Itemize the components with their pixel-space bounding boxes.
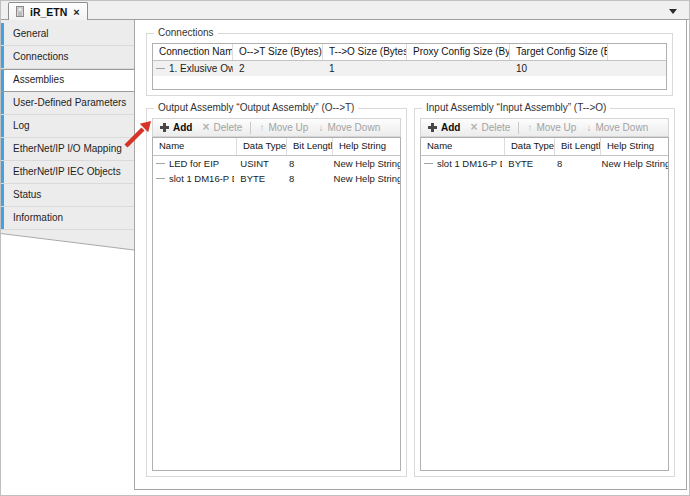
- move-up-icon: [527, 122, 532, 133]
- column-header-bit-length[interactable]: Bit Length: [555, 138, 601, 155]
- sidebar-item-general[interactable]: General: [1, 23, 134, 46]
- delete-icon: [470, 122, 477, 133]
- column-header-proxy-config-size[interactable]: Proxy Config Size (Bytes): [407, 44, 510, 60]
- name-cell: slot 1 DM16-P DI: [421, 158, 502, 169]
- sidebar-item-label: Log: [13, 120, 30, 131]
- sidebar-item-label: Information: [13, 212, 63, 223]
- device-editor-window: iR_ETN × General Connections Assemblies …: [0, 0, 690, 496]
- sidebar-item-information[interactable]: Information: [1, 207, 134, 230]
- column-header-data-type[interactable]: Data Type: [505, 138, 555, 155]
- move-up-button[interactable]: Move Up: [522, 119, 581, 136]
- connections-group-label: Connections: [154, 27, 218, 38]
- input-assembly-row[interactable]: slot 1 DM16-P DI BYTE 8 New Help String: [421, 156, 668, 171]
- accent-bar: [1, 46, 4, 68]
- column-header-ot-size[interactable]: O-->T Size (Bytes): [233, 44, 323, 60]
- sidebar-item-assemblies[interactable]: Assemblies: [1, 69, 134, 92]
- help-string-cell: New Help String: [328, 173, 400, 184]
- input-assembly-table-header: Name Data Type Bit Length Help String: [421, 138, 668, 156]
- sidebar-item-ethernetip-io-mapping[interactable]: EtherNet/IP I/O Mapping: [1, 138, 134, 161]
- device-icon: [14, 5, 26, 18]
- column-header-filler: [608, 44, 666, 60]
- sidebar-item-connections[interactable]: Connections: [1, 46, 134, 69]
- name-cell: slot 1 DM16-P DO: [153, 173, 234, 184]
- editor-content-panel: Connections Connection Name O-->T Size (…: [134, 20, 687, 490]
- add-button[interactable]: Add: [423, 119, 465, 136]
- accent-bar: [1, 70, 4, 91]
- delete-button[interactable]: Delete: [197, 119, 247, 136]
- sidebar-wedge: [1, 233, 134, 252]
- data-type-cell: BYTE: [234, 173, 283, 184]
- tab-label: iR_ETN: [30, 6, 67, 18]
- ot-size-cell: 2: [233, 63, 323, 74]
- sidebar: General Connections Assemblies User-Defi…: [1, 20, 134, 233]
- sidebar-item-ethernetip-iec-objects[interactable]: EtherNet/IP IEC Objects: [1, 161, 134, 184]
- sidebar-item-user-defined-parameters[interactable]: User-Defined Parameters: [1, 92, 134, 115]
- delete-icon: [202, 122, 209, 133]
- sidebar-item-label: General: [13, 28, 49, 39]
- sidebar-item-log[interactable]: Log: [1, 115, 134, 138]
- accent-bar: [1, 115, 4, 137]
- output-assembly-row[interactable]: LED for EIP USINT 8 New Help String: [153, 156, 400, 171]
- connections-group: Connections Connection Name O-->T Size (…: [146, 33, 673, 96]
- input-assembly-table: Name Data Type Bit Length Help String sl…: [420, 137, 669, 471]
- help-string-cell: New Help String: [328, 158, 400, 169]
- column-header-name[interactable]: Name: [421, 138, 505, 155]
- sidebar-item-label: Connections: [13, 51, 69, 62]
- sidebar-item-label: User-Defined Parameters: [13, 97, 126, 108]
- sidebar-item-label: EtherNet/IP IEC Objects: [13, 166, 121, 177]
- accent-bar: [1, 23, 4, 45]
- column-header-to-size[interactable]: T-->O Size (Bytes): [323, 44, 407, 60]
- input-assembly-group-label: Input Assembly “Input Assembly” (T-->O): [422, 102, 610, 113]
- bit-length-cell: 8: [283, 158, 328, 169]
- data-type-cell: USINT: [234, 158, 283, 169]
- tree-line-icon: [424, 163, 433, 164]
- column-header-connection-name[interactable]: Connection Name: [153, 44, 233, 60]
- delete-button[interactable]: Delete: [465, 119, 515, 136]
- toolbar-separator: [250, 122, 251, 134]
- connections-table-header: Connection Name O-->T Size (Bytes) T-->O…: [153, 44, 666, 61]
- add-icon: [160, 123, 169, 132]
- column-header-name[interactable]: Name: [153, 138, 237, 155]
- document-tab-ir-etn[interactable]: iR_ETN ×: [8, 2, 88, 20]
- column-header-bit-length[interactable]: Bit Length: [287, 138, 333, 155]
- to-size-cell: 1: [323, 63, 407, 74]
- column-header-help-string[interactable]: Help String: [333, 138, 400, 155]
- column-header-data-type[interactable]: Data Type: [237, 138, 287, 155]
- tab-list-dropdown-icon[interactable]: [669, 9, 677, 14]
- data-type-cell: BYTE: [502, 158, 551, 169]
- move-up-icon: [259, 122, 264, 133]
- output-assembly-row[interactable]: slot 1 DM16-P DO BYTE 8 New Help String: [153, 171, 400, 186]
- output-assembly-group-label: Output Assembly “Output Assembly” (O-->T…: [154, 102, 358, 113]
- sidebar-item-status[interactable]: Status: [1, 184, 134, 207]
- bit-length-cell: 8: [283, 173, 328, 184]
- sidebar-item-label: Status: [13, 189, 41, 200]
- document-tab-bar: iR_ETN ×: [1, 1, 689, 20]
- name-cell: LED for EIP: [153, 158, 234, 169]
- toolbar-separator: [518, 122, 519, 134]
- output-assembly-table: Name Data Type Bit Length Help String LE…: [152, 137, 401, 471]
- accent-bar: [1, 161, 4, 183]
- bit-length-cell: 8: [551, 158, 596, 169]
- move-up-button[interactable]: Move Up: [254, 119, 313, 136]
- move-down-button[interactable]: Move Down: [313, 119, 385, 136]
- move-down-icon: [318, 122, 323, 133]
- column-header-target-config-size[interactable]: Target Config Size (Bytes): [510, 44, 608, 60]
- add-icon: [428, 123, 437, 132]
- output-assembly-toolbar: Add Delete Move Up Move Down: [152, 118, 401, 137]
- input-assembly-toolbar: Add Delete Move Up Move Down: [420, 118, 669, 137]
- tab-close-icon[interactable]: ×: [73, 7, 79, 17]
- add-button[interactable]: Add: [155, 119, 197, 136]
- tree-line-icon: [156, 163, 165, 164]
- tree-line-icon: [156, 178, 165, 179]
- accent-bar: [1, 92, 4, 114]
- accent-bar: [1, 184, 4, 206]
- sidebar-item-label: EtherNet/IP I/O Mapping: [13, 143, 122, 154]
- connection-row[interactable]: 1. Exlusive Owner 2 1 10: [153, 61, 666, 76]
- output-assembly-group: Output Assembly “Output Assembly” (O-->T…: [146, 108, 407, 477]
- sidebar-item-label: Assemblies: [13, 74, 64, 85]
- target-config-size-cell: 10: [510, 63, 608, 74]
- move-down-button[interactable]: Move Down: [581, 119, 653, 136]
- connection-name-cell: 1. Exlusive Owner: [153, 63, 233, 74]
- column-header-help-string[interactable]: Help String: [601, 138, 668, 155]
- accent-bar: [1, 138, 4, 160]
